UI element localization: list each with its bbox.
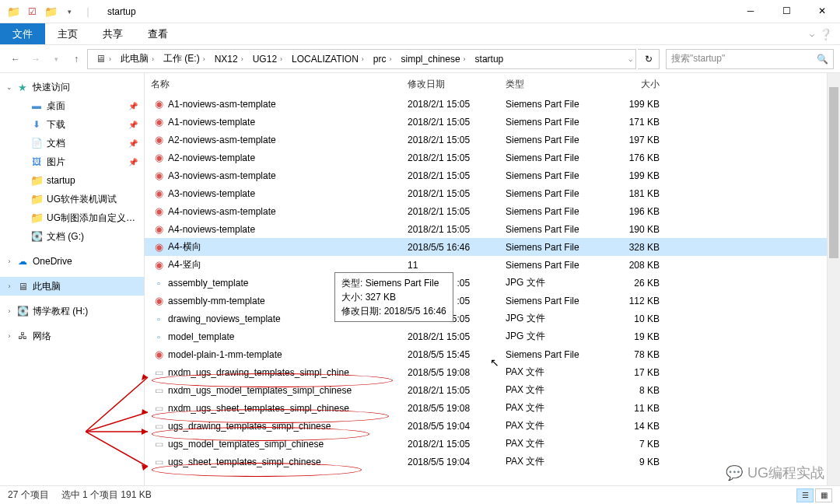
breadcrumb-seg[interactable]: startup [471, 54, 509, 65]
file-date: 2018/2/1 15:05 [408, 206, 506, 217]
navigation-pane: ⌄★快速访问 ▬桌面📌 ⬇下载📌 📄文档📌 🖼图片📌 📁startup 📁UG软… [0, 73, 145, 485]
status-bar: 27 个项目 选中 1 个项目 191 KB ☰ ▦ [0, 485, 840, 504]
file-row[interactable]: ▭nxdm_ugs_sheet_templates_simpl_chinese2… [145, 399, 827, 417]
file-name: A2-noviews-template [168, 152, 255, 163]
search-icon[interactable]: 🔍 [817, 54, 828, 65]
file-icon: ◉ [151, 259, 166, 271]
search-input[interactable]: 搜索"startup" 🔍 [666, 49, 834, 69]
maximize-button[interactable]: ☐ [768, 0, 804, 23]
refresh-button[interactable]: ↻ [638, 49, 660, 69]
file-row[interactable]: ◉A4-竖向11Siemens Part File208 KB [145, 256, 827, 274]
sidebar-hdrive[interactable]: ›💽博学教程 (H:) [0, 302, 144, 320]
view-tab[interactable]: 查看 [135, 23, 180, 44]
window-title: startup [101, 6, 136, 17]
file-row[interactable]: ▭nxdm_ugs_model_templates_simpl_chinese2… [145, 381, 827, 399]
scrollbar[interactable] [827, 73, 840, 485]
file-row[interactable]: ◉A2-noviews-template2018/2/1 15:05Siemen… [145, 149, 827, 166]
breadcrumb-dropdown-icon[interactable]: ⌵ [628, 55, 632, 63]
file-row[interactable]: ▭ugs_drawing_templates_simpl_chinese2018… [145, 417, 827, 435]
file-type: Siemens Part File [506, 170, 607, 181]
file-row[interactable]: ◉assembly-mm-template2018/2/1 15:05Sieme… [145, 292, 827, 310]
file-size: 78 KB [607, 349, 669, 360]
file-row[interactable]: ▭ugs_model_templates_simpl_chinese2018/2… [145, 435, 827, 453]
breadcrumb-seg[interactable]: prc› [369, 54, 397, 65]
icons-view-button[interactable]: ▦ [815, 488, 832, 502]
file-row[interactable]: ▭ugs_sheet_templates_simpl_chinese2018/5… [145, 453, 827, 471]
qat-dropdown-icon[interactable]: ▾ [62, 5, 76, 19]
file-row[interactable]: ◉A3-noviews-asm-template2018/2/1 15:05Si… [145, 166, 827, 184]
close-button[interactable]: ✕ [804, 0, 840, 23]
file-row[interactable]: ◉A4-noviews-asm-template2018/2/1 15:05Si… [145, 202, 827, 220]
file-type: Siemens Part File [506, 206, 607, 217]
file-type: JPG 文件 [506, 330, 607, 343]
breadcrumb-seg[interactable]: LOCALIZATION› [287, 54, 369, 65]
file-type: Siemens Part File [506, 224, 607, 235]
sidebar-ug1[interactable]: 📁UG软件装机调试 [0, 190, 144, 208]
col-date[interactable]: 修改日期 [408, 78, 506, 91]
file-size: 8 KB [607, 385, 669, 396]
file-row[interactable]: ◉A4-横向2018/5/5 16:46Siemens Part File328… [145, 238, 827, 256]
sidebar-onedrive[interactable]: ›☁OneDrive [0, 252, 144, 271]
file-size: 328 KB [607, 242, 669, 253]
sidebar-startup[interactable]: 📁startup [0, 171, 144, 190]
file-row[interactable]: ◉A4-noviews-template2018/2/1 15:05Siemen… [145, 220, 827, 238]
up-button[interactable]: ↑ [67, 50, 86, 68]
details-view-button[interactable]: ☰ [796, 488, 814, 502]
checkbox-icon[interactable]: ☑ [25, 5, 39, 19]
file-row[interactable]: ◉A1-noviews-template2018/2/1 15:05Siemen… [145, 113, 827, 131]
breadcrumb-seg[interactable]: UG12› [248, 54, 287, 65]
breadcrumb-seg[interactable]: simpl_chinese› [397, 54, 471, 65]
sidebar-quick-access[interactable]: ⌄★快速访问 [0, 78, 144, 96]
file-name: A3-noviews-asm-template [168, 170, 276, 181]
sidebar-desktop[interactable]: ▬桌面📌 [0, 96, 144, 115]
expand-ribbon-icon[interactable]: ⌵ [810, 30, 814, 38]
item-count: 27 个项目 [8, 488, 49, 502]
file-name: assembly-mm-template [168, 296, 265, 306]
forward-button[interactable]: → [26, 50, 45, 68]
file-row[interactable]: ◉A2-noviews-asm-template2018/2/1 15:05Si… [145, 131, 827, 149]
file-date: 2018/2/1 15:05 [408, 331, 506, 342]
file-row[interactable]: ◉model-plain-1-mm-template2018/5/5 15:45… [145, 345, 827, 363]
sidebar-documents[interactable]: 📄文档📌 [0, 134, 144, 152]
file-type: Siemens Part File [506, 135, 607, 145]
col-size[interactable]: 大小 [607, 78, 669, 91]
file-type: Siemens Part File [506, 296, 607, 306]
file-icon: ◉ [151, 116, 166, 128]
file-row[interactable]: ▫drawing_noviews_template2018/2/1 15:05J… [145, 310, 827, 327]
title-bar: 📁 ☑ 📁 ▾ | startup ─ ☐ ✕ [0, 0, 840, 23]
breadcrumb[interactable]: 🖥› 此电脑› 工作 (E:)› NX12› UG12› LOCALIZATIO… [87, 49, 636, 69]
help-icon[interactable]: ❔ [819, 28, 832, 40]
sidebar-downloads[interactable]: ⬇下载📌 [0, 115, 144, 134]
sidebar-docdrive[interactable]: 💽文档 (G:) [0, 227, 144, 246]
breadcrumb-seg[interactable]: NX12› [210, 54, 248, 65]
sidebar-this-pc[interactable]: ›🖥此电脑 [0, 277, 144, 296]
file-type: PAX 文件 [506, 366, 607, 379]
breadcrumb-seg[interactable]: 此电脑› [116, 52, 159, 65]
drive-icon: 💽 [16, 304, 30, 318]
file-row[interactable]: ▫model_template2018/2/1 15:05JPG 文件19 KB [145, 327, 827, 345]
sidebar-network[interactable]: ›🖧网络 [0, 327, 144, 345]
file-row[interactable]: ◉A1-noviews-asm-template2018/2/1 15:05Si… [145, 95, 827, 113]
minimize-button[interactable]: ─ [733, 0, 768, 23]
recent-dropdown-icon[interactable]: ▾ [47, 50, 65, 68]
sidebar-pictures[interactable]: 🖼图片📌 [0, 152, 144, 171]
folder-icon: 📁 [6, 5, 20, 19]
col-name[interactable]: 名称 [151, 78, 408, 91]
file-row[interactable]: ▫assembly_template2018/2/1 15:05JPG 文件26… [145, 274, 827, 292]
file-icon: ▭ [151, 402, 166, 415]
sidebar-ug2[interactable]: 📁UG制图添加自定义… [0, 208, 144, 227]
column-headers[interactable]: 名称 修改日期 类型 大小 [145, 73, 827, 95]
breadcrumb-seg[interactable]: 工作 (E:)› [159, 52, 210, 65]
home-tab[interactable]: 主页 [45, 23, 90, 44]
scrollbar-thumb[interactable] [829, 87, 838, 258]
back-button[interactable]: ← [6, 50, 25, 68]
col-type[interactable]: 类型 [506, 78, 607, 91]
share-tab[interactable]: 共享 [90, 23, 135, 44]
network-icon: 🖧 [16, 329, 30, 343]
file-row[interactable]: ◉A3-noviews-template2018/2/1 15:05Siemen… [145, 184, 827, 202]
pin-icon: 📌 [128, 121, 138, 129]
file-date: 2018/5/5 16:46 [408, 242, 506, 253]
pc-icon: 🖥 [16, 279, 30, 293]
file-tab[interactable]: 文件 [0, 23, 45, 44]
file-row[interactable]: ▭nxdm_ugs_drawing_templates_simpl_chine2… [145, 363, 827, 381]
